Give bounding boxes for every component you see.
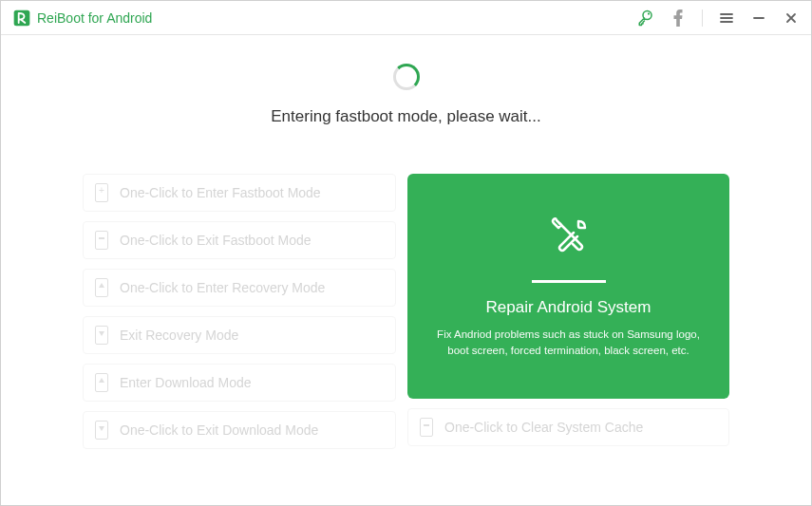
mode-label: One-Click to Enter Recovery Mode xyxy=(120,280,325,295)
svg-point-1 xyxy=(648,12,650,14)
loading-spinner-icon xyxy=(393,64,420,90)
repair-android-button[interactable]: Repair Android System Fix Andriod proble… xyxy=(407,174,729,399)
logo-icon xyxy=(12,9,31,28)
phone-up-icon xyxy=(95,278,108,297)
mode-label: Enter Download Mode xyxy=(120,375,252,390)
exit-fastboot-button: One-Click to Exit Fastboot Mode xyxy=(83,221,396,259)
enter-download-button: Enter Download Mode xyxy=(83,364,396,402)
key-icon[interactable] xyxy=(637,9,654,27)
clear-cache-button: One-Click to Clear System Cache xyxy=(407,408,729,446)
status-text: Entering fastboot mode, please wait... xyxy=(271,107,540,126)
repair-description: Fix Andriod problems such as stuck on Sa… xyxy=(434,327,703,360)
exit-download-button: One-Click to Exit Download Mode xyxy=(83,411,396,449)
phone-plus-icon xyxy=(95,183,108,202)
enter-fastboot-button: One-Click to Enter Fastboot Mode xyxy=(83,174,396,212)
menu-icon[interactable] xyxy=(718,9,735,27)
mode-label: One-Click to Exit Download Mode xyxy=(120,422,318,438)
phone-down-icon xyxy=(95,421,108,440)
mode-label: One-Click to Clear System Cache xyxy=(444,420,643,435)
app-title: ReiBoot for Android xyxy=(37,10,152,26)
mode-list: One-Click to Enter Fastboot Mode One-Cli… xyxy=(83,174,396,449)
phone-clear-icon xyxy=(420,418,433,437)
app-logo: ReiBoot for Android xyxy=(12,9,152,28)
status-area: Entering fastboot mode, please wait... xyxy=(83,64,729,126)
repair-title: Repair Android System xyxy=(486,298,651,317)
titlebar-actions xyxy=(637,9,800,27)
enter-recovery-button: One-Click to Enter Recovery Mode xyxy=(83,269,396,307)
mode-label: Exit Recovery Mode xyxy=(120,328,238,343)
tools-icon xyxy=(545,214,593,265)
exit-recovery-button: Exit Recovery Mode xyxy=(83,316,396,354)
minimize-icon[interactable] xyxy=(750,9,767,27)
panels: One-Click to Enter Fastboot Mode One-Cli… xyxy=(83,174,729,449)
titlebar: ReiBoot for Android xyxy=(1,1,811,35)
right-column: Repair Android System Fix Andriod proble… xyxy=(407,174,729,449)
separator xyxy=(702,9,703,27)
phone-up-icon xyxy=(95,373,108,392)
phone-down-icon xyxy=(95,326,108,345)
svg-rect-0 xyxy=(14,9,30,26)
main-content: Entering fastboot mode, please wait... O… xyxy=(1,35,811,468)
divider xyxy=(532,280,606,283)
mode-label: One-Click to Enter Fastboot Mode xyxy=(120,185,321,200)
mode-label: One-Click to Exit Fastboot Mode xyxy=(120,233,312,248)
close-icon[interactable] xyxy=(783,9,800,27)
facebook-icon[interactable] xyxy=(670,9,687,27)
phone-minus-icon xyxy=(95,231,108,250)
